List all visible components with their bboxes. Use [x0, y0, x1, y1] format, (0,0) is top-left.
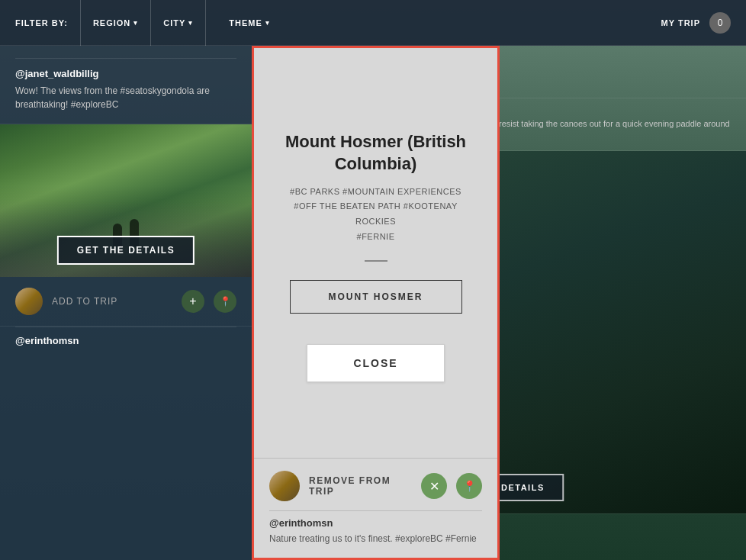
sidebar-image-container: GET THE DETAILS [0, 124, 252, 277]
plus-icon: + [189, 294, 196, 308]
avatar-erinthomsn [15, 288, 43, 315]
modal-tags: #BC PARKS #MOUNTAIN EXPERIENCES #OFF THE… [277, 185, 474, 245]
modal-footer-row: REMOVE FROM TRIP ✕ 📍 [269, 471, 482, 501]
region-chevron-icon: ▾ [133, 19, 138, 27]
sidebar-text-1: Wow! The views from the #seatoskygondola… [15, 84, 236, 111]
pin-icon: 📍 [220, 296, 231, 307]
city-label: CITY [163, 18, 185, 27]
header-center: THEME ▾ [206, 18, 661, 27]
filter-controls: FILTER BY: REGION ▾ CITY ▾ [15, 0, 206, 46]
pin-icon-modal: 📍 [463, 480, 476, 492]
city-chevron-icon: ▾ [188, 19, 193, 27]
pin-location-button[interactable]: 📍 [214, 290, 236, 313]
add-to-trip-button[interactable]: + [182, 290, 204, 313]
modal-footer-divider [269, 510, 482, 511]
header: FILTER BY: REGION ▾ CITY ▾ THEME ▾ MY TR… [0, 0, 746, 46]
modal-divider [365, 260, 387, 262]
theme-dropdown[interactable]: THEME ▾ [229, 18, 270, 27]
header-right: MY TRIP 0 [661, 12, 731, 34]
modal-remove-x-button[interactable]: ✕ [421, 473, 447, 499]
modal-footer-username: @erinthomsn [269, 517, 482, 529]
my-trip-label: MY TRIP [661, 18, 700, 27]
add-to-trip-label: ADD TO TRIP [52, 296, 172, 307]
x-icon: ✕ [429, 479, 439, 494]
avatar-image [15, 288, 43, 315]
sidebar: @janet_waldbillig Wow! The views from th… [0, 46, 252, 560]
modal-footer-avatar [269, 471, 300, 501]
modal-main: Mount Hosmer (British Columbia) #BC PARK… [254, 48, 497, 458]
get-details-button-left[interactable]: GET THE DETAILS [57, 236, 195, 265]
filter-label: FILTER BY: [15, 18, 68, 27]
region-label: REGION [93, 18, 130, 27]
modal-remove-label: REMOVE FROM TRIP [309, 475, 412, 497]
sidebar-post-1: @janet_waldbillig Wow! The views from th… [0, 46, 252, 124]
theme-chevron-icon: ▾ [265, 19, 270, 27]
sidebar-user-row: ADD TO TRIP + 📍 [0, 277, 252, 327]
sidebar-username-bottom: @erinthomsn [0, 327, 252, 349]
trip-count-badge[interactable]: 0 [709, 12, 731, 34]
theme-label: THEME [229, 18, 262, 27]
region-dropdown[interactable]: REGION ▾ [80, 0, 150, 46]
modal-footer-text: Nature treating us to it's finest. #expl… [269, 532, 482, 546]
city-dropdown[interactable]: CITY ▾ [150, 0, 206, 46]
modal-remove-pin-button[interactable]: 📍 [456, 473, 482, 499]
modal-footer: REMOVE FROM TRIP ✕ 📍 @erinthomsn Nature … [254, 458, 497, 558]
modal-location-button[interactable]: MOUNT HOSMER [290, 280, 462, 314]
modal-panel: Mount Hosmer (British Columbia) #BC PARK… [252, 46, 500, 560]
modal-title: Mount Hosmer (British Columbia) [277, 131, 474, 175]
sidebar-username-1: @janet_waldbillig [15, 68, 236, 79]
modal-close-button[interactable]: CLOSE [307, 344, 444, 382]
